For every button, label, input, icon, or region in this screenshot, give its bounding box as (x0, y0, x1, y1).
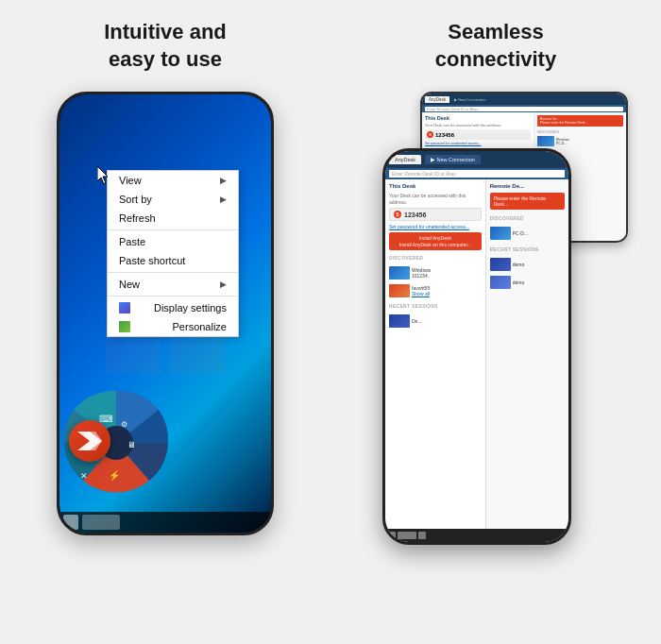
this-desk-label: This Desk (389, 183, 482, 189)
separator (108, 229, 238, 230)
anydesk-app-ui: AnyDesk ▶ New Connection Enter Remote De… (385, 151, 568, 542)
session-info-1: De... (412, 318, 422, 324)
anydesk-content: This Desk Your Desk can be accessed with… (385, 179, 568, 542)
anydesk-right-column: Remote De... Please enter the Remote Des… (486, 179, 568, 542)
recent-sessions-label: RECENT SESSIONS (389, 303, 482, 309)
anydesk-address-input[interactable]: Enter Remote Desk ID or Alias (389, 170, 565, 178)
left-panel-title: Intuitive and easy to use (104, 19, 227, 73)
right-title-line1: Seamless (448, 20, 544, 43)
search-taskbar-icon (82, 515, 120, 530)
arrow-icon: ▶ (220, 195, 227, 204)
svg-marker-4 (97, 166, 108, 184)
phone-left-mockup: View ▶ Sort by ▶ Refresh Paste (57, 92, 274, 535)
main-container: Intuitive and easy to use (0, 0, 661, 644)
tablet-device-info: WindowsPC-D... (556, 138, 569, 145)
phone-taskbar (385, 529, 568, 542)
right-devices-container: AnyDesk ▶ New Connection Enter Remote De… (364, 92, 628, 545)
anydesk-address-bar: Enter Remote Desk ID or Alias (385, 168, 568, 179)
device-info-windows: Windows 101234 (412, 267, 431, 280)
tablet-desk-id-box: S 123456 (425, 129, 531, 140)
right-device-info-1: PC-D... (513, 230, 528, 237)
anydesk-tab[interactable]: AnyDesk (389, 155, 421, 164)
right-session-2[interactable]: demo (490, 275, 565, 290)
tablet-this-desk-label: This Desk (425, 115, 531, 121)
right-session-thumb-1 (490, 258, 511, 271)
close-x-icon: ✕ (80, 471, 88, 481)
context-menu-paste-shortcut[interactable]: Paste shortcut (108, 251, 238, 270)
tablet-discovered-label: DISCOVERED (537, 130, 623, 134)
tablet-toolbar: AnyDesk ▶ New Connection (422, 93, 626, 105)
personalize-icon (119, 321, 130, 332)
right-panel-title: Seamless connectivity (435, 19, 556, 73)
context-menu[interactable]: View ▶ Sort by ▶ Refresh Paste (107, 170, 239, 337)
context-menu-personalize[interactable]: Personalize (108, 317, 238, 336)
install-anydesk-button[interactable]: Install AnyDesk Install AnyDesk on this … (389, 232, 482, 250)
context-menu-refresh[interactable]: Refresh (108, 209, 238, 228)
anydesk-toolbar: AnyDesk ▶ New Connection (385, 151, 568, 168)
device-thumb-favorit (389, 284, 410, 297)
context-menu-paste[interactable]: Paste (108, 232, 238, 251)
context-menu-view[interactable]: View ▶ (108, 171, 238, 190)
keyboard-icon: ⌨ (99, 414, 112, 424)
right-device-1[interactable]: PC-D... (490, 226, 565, 241)
right-session-info-2: demo (513, 280, 525, 285)
anydesk-left-column: This Desk Your Desk can be accessed with… (385, 179, 486, 542)
tablet-password-link[interactable]: Set password for unattended access... (425, 142, 531, 145)
separator (108, 296, 238, 297)
right-session-thumb-2 (490, 276, 511, 289)
address-placeholder: Enter Remote Desk ID or Alias (392, 171, 456, 177)
context-menu-display[interactable]: Display settings (108, 298, 238, 317)
desk-id-number: 123456 (404, 212, 426, 218)
windows-taskbar (59, 512, 271, 533)
right-panel: Seamless connectivity AnyDesk ▶ New Conn… (330, 0, 661, 644)
mouse-cursor (97, 166, 112, 181)
remote-desk-label: Remote De... (490, 183, 565, 189)
lightning-icon: ⚡ (109, 470, 120, 481)
arrow-icon: ▶ (220, 280, 227, 289)
session-thumb-1 (389, 314, 410, 328)
right-col-recent: RECENT SESSIONS (490, 246, 565, 252)
session-item-1[interactable]: De... (389, 314, 482, 329)
tablet-remote-desk: Remote De...Please enter the Remote Desk… (537, 115, 623, 127)
desk-id-box: S 123456 (389, 208, 482, 221)
device-thumb-windows (389, 266, 410, 280)
tablet-anydesk-tab: AnyDesk (425, 96, 449, 103)
phone-right-mockup: AnyDesk ▶ New Connection Enter Remote De… (382, 148, 571, 545)
tablet-new-connection-tab: ▶ New Connection (454, 97, 485, 102)
right-title-line2: connectivity (435, 47, 556, 71)
settings-icon: ⚙ (121, 420, 127, 429)
device-item-windows[interactable]: Windows 101234 (389, 265, 482, 280)
phone-right-screen: AnyDesk ▶ New Connection Enter Remote De… (385, 151, 568, 542)
windows-desktop: View ▶ Sort by ▶ Refresh Paste (59, 94, 271, 533)
context-menu-sort[interactable]: Sort by ▶ (108, 190, 238, 209)
right-col-discovered: DISCOVERED (490, 215, 565, 221)
right-session-1[interactable]: demo (490, 257, 565, 272)
context-menu-new[interactable]: New ▶ (108, 275, 238, 294)
discovered-label: DISCOVERED (389, 255, 482, 261)
phone-left-screen: View ▶ Sort by ▶ Refresh Paste (59, 94, 271, 533)
tablet-desc: Your Desk can be accessed with this addr… (425, 123, 531, 127)
left-title-line1: Intuitive and (104, 20, 227, 43)
tablet-address-input[interactable]: Enter Remote Desk ID or Alias (425, 107, 623, 111)
anydesk-center-button[interactable] (69, 420, 110, 462)
start-icon (63, 515, 78, 530)
remote-desk-section: Please enter the Remote Desk... (490, 193, 565, 210)
left-title-line2: easy to use (109, 47, 222, 71)
right-session-info-1: demo (513, 262, 525, 267)
taskbar-cortana (418, 532, 426, 539)
new-connection-tab[interactable]: ▶ New Connection (425, 155, 481, 164)
monitor-icon: 🖥 (127, 440, 136, 449)
right-device-thumb-1 (490, 227, 511, 240)
left-panel: Intuitive and easy to use (0, 0, 330, 644)
taskbar-start (388, 532, 396, 539)
separator (108, 272, 238, 273)
set-password-link[interactable]: Set password for unattended access... (389, 224, 482, 229)
device-item-favorit[interactable]: favorit55 Show all (389, 283, 482, 298)
tablet-desk-id: 123456 (435, 132, 454, 138)
arrow-icon: ▶ (220, 176, 227, 185)
tablet-id-icon: S (427, 131, 433, 138)
svg-marker-7 (83, 432, 102, 450)
tablet-device-windows: WindowsPC-D... (537, 136, 623, 146)
display-settings-icon (119, 302, 130, 314)
device-info-favorit: favorit55 Show all (412, 285, 430, 297)
